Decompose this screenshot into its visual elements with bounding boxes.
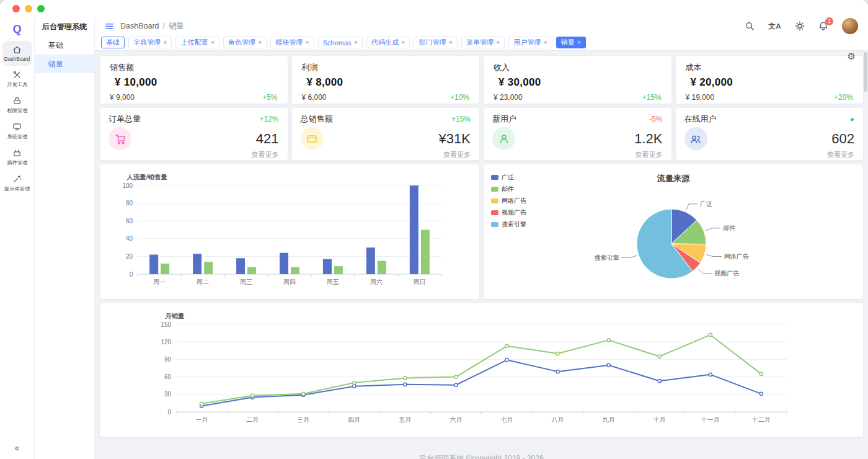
submenu-item-sales[interactable]: 销量 <box>35 55 94 73</box>
svg-text:四月: 四月 <box>348 416 360 423</box>
svg-text:0: 0 <box>130 271 133 278</box>
tag-menu-management[interactable]: 菜单管理× <box>461 37 505 48</box>
scrollbar-thumb[interactable] <box>864 52 867 92</box>
tag-schemas[interactable]: Schemas× <box>318 37 363 48</box>
svg-text:周一: 周一 <box>153 279 166 285</box>
tag-label: 用户管理 <box>513 38 541 47</box>
line-chart-card: 月销量 0306090120150一月二月三月四月五月六月七月八月九月十月十一月… <box>100 303 863 437</box>
sidebar-item-label: 开发工具 <box>7 81 27 89</box>
stat-card-profit: 利润 ¥ 8,000 ¥ 6,000+10% <box>292 56 480 104</box>
tag-label: 部门管理 <box>418 38 446 47</box>
tag-upload-config[interactable]: 上传配置× <box>175 37 219 48</box>
legend-item[interactable]: 视频广告 <box>491 208 526 217</box>
metric-title: 订单总量 <box>108 114 141 125</box>
tag-module-management[interactable]: 模块管理× <box>270 37 314 48</box>
svg-text:五月: 五月 <box>399 416 411 423</box>
view-more-link[interactable]: 查看更多 <box>108 150 279 159</box>
metric-cards-row: 订单总量+12% 421 查看更多 总销售额+15% ¥31K <box>100 108 863 160</box>
tag-code-generation[interactable]: 代码生成× <box>366 37 410 48</box>
tag-sales[interactable]: 销量× <box>556 37 586 48</box>
stat-title: 收入 <box>494 62 662 73</box>
tag-label: 代码生成 <box>371 38 399 47</box>
svg-text:周四: 周四 <box>283 279 296 285</box>
theme-sun-icon[interactable] <box>795 21 805 31</box>
plugin-icon <box>12 148 22 158</box>
tag-user-management[interactable]: 用户管理× <box>508 37 552 48</box>
svg-text:60: 60 <box>126 218 133 225</box>
tag-label: Schemas <box>323 39 352 47</box>
sidebar-item-permissions[interactable]: 权限管理 <box>2 93 32 118</box>
svg-text:八月: 八月 <box>552 416 564 423</box>
bar-chart-card: 人流量/销售量 020406080100周一周二周三周四周五周六周日 <box>100 164 479 299</box>
minimize-window-button[interactable] <box>25 5 32 12</box>
notification-badge: 1 <box>825 17 833 25</box>
svg-text:150: 150 <box>161 321 171 328</box>
line-chart[interactable]: 0306090120150一月二月三月四月五月六月七月八月九月十月十一月十二月 <box>100 303 863 437</box>
close-window-button[interactable] <box>12 5 20 12</box>
legend-label: 邮件 <box>502 185 514 194</box>
settings-gear-icon[interactable]: ⚙ <box>848 51 856 62</box>
close-icon[interactable]: × <box>496 39 500 46</box>
collapse-sidebar-button[interactable]: « <box>15 443 20 453</box>
collapse-icon: « <box>15 443 20 453</box>
metric-title: 在线用户 <box>684 114 717 125</box>
zoom-window-button[interactable] <box>37 5 45 12</box>
close-icon[interactable]: × <box>210 39 214 46</box>
legend-item[interactable]: 广泛 <box>491 173 526 182</box>
tag-role-management[interactable]: 角色管理× <box>223 37 267 48</box>
language-icon[interactable]: 文A <box>768 22 781 31</box>
view-more-link[interactable]: 查看更多 <box>492 150 663 159</box>
search-icon[interactable] <box>745 21 755 31</box>
metric-change: +15% <box>451 115 471 123</box>
legend-item[interactable]: 邮件 <box>491 185 526 194</box>
close-icon[interactable]: × <box>163 39 167 46</box>
stat-card-income: 收入 ¥ 30,000 ¥ 23,000+15% <box>484 56 671 104</box>
close-icon[interactable]: × <box>354 39 358 46</box>
tag-basic[interactable]: 基础 <box>101 37 125 48</box>
sidebar-item-plugins[interactable]: 插件管理 <box>2 145 32 170</box>
stat-change: +10% <box>450 93 469 102</box>
sidebar-item-prompts[interactable]: 提示词管理 <box>2 171 32 196</box>
fold-menu-icon[interactable] <box>105 22 114 31</box>
lock-icon <box>12 96 22 105</box>
submenu-item-basic[interactable]: 基础 <box>35 36 94 55</box>
pie-chart[interactable]: 广泛邮件网络广告视频广告搜索引擎 <box>484 164 863 299</box>
close-icon[interactable]: × <box>448 39 452 46</box>
sidebar-item-label: 插件管理 <box>7 159 27 167</box>
legend-swatch <box>491 210 498 215</box>
close-icon[interactable]: × <box>577 39 581 46</box>
stat-value: ¥ 30,000 <box>498 76 662 89</box>
sidebar-item-dashboard[interactable]: DashBoard <box>2 41 32 66</box>
metric-title: 新用户 <box>492 114 516 125</box>
legend-item[interactable]: 网络广告 <box>491 197 526 205</box>
tag-department-management[interactable]: 部门管理× <box>414 37 457 48</box>
stat-previous: ¥ 6,000 <box>302 93 327 102</box>
metric-card-online-users: 在线用户● 602 查看更多 <box>676 108 864 160</box>
view-more-link[interactable]: 查看更多 <box>684 150 855 159</box>
app-title: 后台管理系统 <box>35 17 94 36</box>
close-icon[interactable]: × <box>401 39 405 46</box>
legend-item[interactable]: 搜索引擎 <box>491 220 526 229</box>
user-avatar[interactable] <box>842 18 858 34</box>
breadcrumb-dashboard[interactable]: DashBoard <box>120 22 159 30</box>
sidebar-item-label: DashBoard <box>4 56 30 61</box>
svg-text:30: 30 <box>164 391 172 398</box>
close-icon[interactable]: × <box>305 39 309 46</box>
metric-value: 421 <box>256 131 279 147</box>
sidebar-item-system[interactable]: 系统管理 <box>2 119 32 144</box>
svg-text:十月: 十月 <box>653 416 666 423</box>
breadcrumb-current: 销量 <box>169 21 184 32</box>
sidebar-item-dev-tools[interactable]: 开发工具 <box>2 67 32 92</box>
pie-legend: 广泛 邮件 网络广告 视频广告 搜索引擎 <box>491 173 526 229</box>
view-more-link[interactable]: 查看更多 <box>301 150 471 159</box>
bar-chart[interactable]: 020406080100周一周二周三周四周五周六周日 <box>100 164 479 299</box>
close-icon[interactable]: × <box>543 39 547 46</box>
close-icon[interactable]: × <box>258 39 262 46</box>
svg-text:六月: 六月 <box>450 416 462 423</box>
metric-value: 1.2K <box>634 131 662 147</box>
metric-card-total-orders: 订单总量+12% 421 查看更多 <box>100 108 288 160</box>
tag-dict-management[interactable]: 字典管理× <box>128 37 172 48</box>
credit-card-icon <box>301 127 324 150</box>
notifications-bell-icon[interactable]: 1 <box>818 21 828 31</box>
tools-icon <box>12 70 22 79</box>
